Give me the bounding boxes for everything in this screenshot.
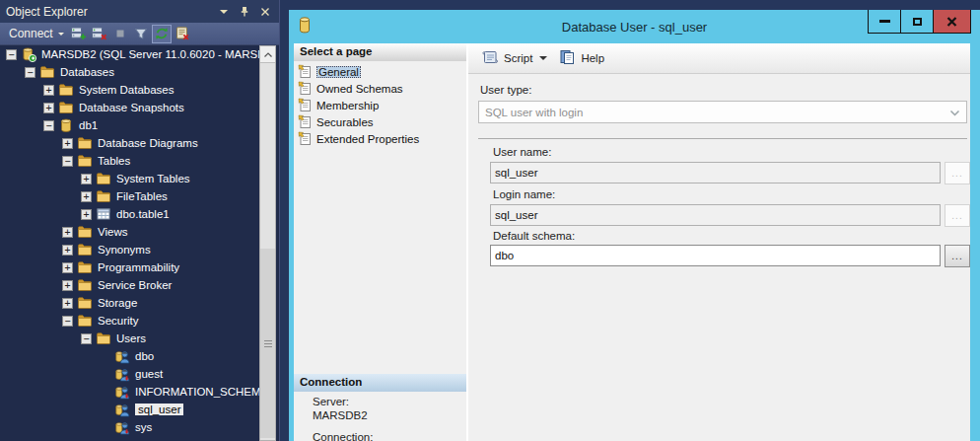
tree-item-information-schema[interactable]: INFORMATION_SCHEMA [0,383,279,401]
delete-script-icon[interactable] [173,25,192,43]
page-item-membership[interactable]: Membership [294,97,466,113]
filter-icon[interactable] [131,25,151,43]
tree-item-system-tables[interactable]: +System Tables [0,170,279,187]
folder-icon [58,100,74,115]
server-label: Server: [313,396,349,407]
tree-item-guest[interactable]: guest [0,365,279,383]
tree-item-label: FileTables [116,190,168,202]
collapse-icon[interactable]: − [43,120,54,131]
expand-icon[interactable]: + [81,191,92,202]
tree-item-security[interactable]: −Security [0,312,279,330]
collapse-icon[interactable]: − [25,67,35,78]
connection-label: Connection: [313,431,373,441]
expand-icon[interactable]: + [62,245,73,256]
folder-icon [77,135,93,151]
help-button[interactable]: Help [555,46,608,70]
chevron-down-icon[interactable] [539,56,547,64]
expand-icon[interactable]: + [62,227,73,238]
tree-item-database-snapshots[interactable]: +Database Snapshots [0,99,279,116]
tree-item-service-broker[interactable]: +Service Broker [0,276,279,294]
tree-scrollbar[interactable] [259,45,276,441]
tree-item-db1[interactable]: −db1 [0,116,279,134]
tree-item-database-diagrams[interactable]: +Database Diagrams [0,134,279,152]
folder-icon [77,242,93,257]
select-a-page-pane: Select a page GeneralOwned SchemasMember… [294,43,468,441]
collapse-icon[interactable]: − [6,49,17,60]
select-a-page-list: GeneralOwned SchemasMembershipSecurables… [294,61,466,147]
page-item-label: Securables [316,116,374,128]
connect-server-icon[interactable] [69,25,89,43]
scroll-up-icon[interactable] [260,46,275,63]
tree-item-label: Users [116,332,146,344]
tree-item-label: dbo.table1 [116,208,170,220]
server-value: MARSDB2 [313,409,368,421]
login-name-browse-button[interactable]: ... [945,204,970,227]
expand-icon[interactable]: + [62,298,73,309]
user-type-select[interactable]: SQL user with login [478,101,967,123]
tree-item-sql-user[interactable]: sql_user [0,401,279,418]
tree-item-databases[interactable]: −Databases [0,63,279,81]
tree-item-storage[interactable]: +Storage [0,294,279,312]
user-name-browse-button[interactable]: ... [945,162,970,184]
tree-item-dbo[interactable]: dbo [0,347,279,365]
expand-icon[interactable]: + [62,262,73,273]
user-disabled-icon [114,384,130,400]
window-position-icon[interactable] [216,4,232,20]
tree-item-programmability[interactable]: +Programmability [0,258,279,276]
collapse-icon[interactable]: − [62,316,73,327]
tree-item-users[interactable]: −Users [0,330,279,347]
close-icon[interactable] [933,10,970,33]
close-icon[interactable] [257,4,273,20]
scrollbar-thumb[interactable] [260,249,275,438]
minimize-icon[interactable] [869,10,900,33]
refresh-icon[interactable] [152,25,172,43]
pin-icon[interactable] [237,4,252,20]
page-item-extended-properties[interactable]: Extended Properties [294,130,466,147]
user-type-label: User type: [480,84,531,96]
tree-item-marsdb2-sql-server-11-0-6020-marsd[interactable]: −MARSDB2 (SQL Server 11.0.6020 - MARSD [0,45,279,63]
tree-item-tables[interactable]: −Tables [0,152,279,170]
expand-icon[interactable]: + [43,103,54,113]
user-name-input[interactable] [490,162,941,184]
chevron-down-icon [949,108,960,119]
expand-icon[interactable]: + [81,174,92,184]
server-database-icon [21,46,36,62]
tree-item-label: sql_user [135,404,183,415]
script-button[interactable]: Script [477,46,536,70]
expand-icon[interactable]: + [81,209,92,220]
tree-item-views[interactable]: +Views [0,223,279,241]
tree-item-label: Service Broker [98,279,172,291]
expand-icon[interactable]: + [62,138,73,149]
folder-icon [96,331,111,346]
folder-icon [39,64,55,80]
tree-item-system-databases[interactable]: +System Databases [0,81,279,99]
dialog-titlebar[interactable]: Database User - sql_user [289,10,980,43]
page-item-label: Owned Schemas [316,83,403,95]
page-item-general[interactable]: General [294,63,466,80]
expand-icon[interactable]: + [62,280,73,291]
connect-label: Connect [9,27,53,40]
tree-item-dbo-table1[interactable]: +dbo.table1 [0,205,279,223]
disconnect-server-icon[interactable] [90,25,109,43]
collapse-icon[interactable]: − [62,156,73,167]
expand-icon[interactable]: + [43,85,54,96]
section-divider [478,138,967,139]
page-item-label: Membership [316,100,379,111]
select-a-page-header: Select a page [294,43,466,61]
default-schema-browse-button[interactable]: ... [945,245,970,267]
login-name-input[interactable] [490,204,941,226]
default-schema-input[interactable] [490,245,941,266]
collapse-icon[interactable]: − [81,333,92,344]
page-item-label: General [316,66,361,78]
tree-item-filetables[interactable]: +FileTables [0,187,279,205]
page-item-securables[interactable]: Securables [294,113,466,130]
table-icon [96,206,111,222]
tree-item-sys[interactable]: sys [0,418,279,436]
page-item-owned-schemas[interactable]: Owned Schemas [294,80,466,97]
database-user-dialog: Database User - sql_user Select a page G… [289,10,980,441]
tree-item-synonyms[interactable]: +Synonyms [0,241,279,258]
help-icon [559,49,576,67]
maximize-icon[interactable] [900,10,933,33]
tree-item-label: Programmability [98,261,179,273]
connect-button[interactable]: Connect [5,26,68,41]
